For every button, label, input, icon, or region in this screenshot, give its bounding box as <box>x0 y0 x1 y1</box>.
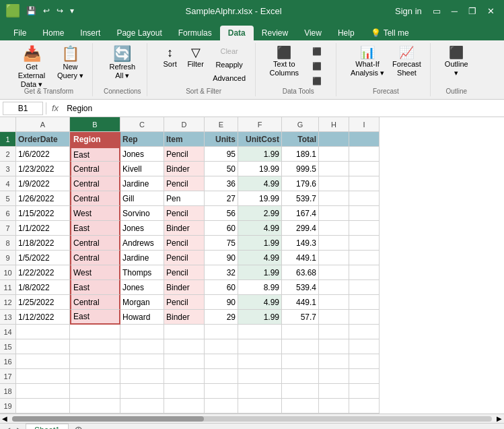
cell-c11[interactable]: Jones <box>120 280 164 295</box>
row-header-4[interactable]: 4 <box>0 176 16 191</box>
cell-c18[interactable] <box>120 384 164 399</box>
cell-i5[interactable] <box>349 191 380 206</box>
cell-h17[interactable] <box>319 369 349 384</box>
cell-i13[interactable] <box>349 310 380 325</box>
cell-d5[interactable]: Pen <box>164 191 205 206</box>
cell-b18[interactable] <box>70 384 120 399</box>
close-button[interactable]: ✕ <box>483 5 499 18</box>
what-if-button[interactable]: 📊 What-IfAnalysis ▾ <box>347 44 388 88</box>
col-header-g[interactable]: G <box>282 117 319 132</box>
cell-b8[interactable]: Central <box>70 236 120 251</box>
row-header-8[interactable]: 8 <box>0 236 16 251</box>
cell-d11[interactable]: Binder <box>164 280 205 295</box>
cell-a13[interactable]: 1/12/2022 <box>16 310 70 325</box>
cell-a10[interactable]: 1/22/2022 <box>16 265 70 280</box>
cell-h15[interactable] <box>319 339 349 354</box>
row-header-3[interactable]: 3 <box>0 162 16 176</box>
redo-button[interactable]: ↪ <box>55 5 65 17</box>
row-header-9[interactable]: 9 <box>0 251 16 265</box>
cell-e15[interactable] <box>205 339 238 354</box>
cell-g10[interactable]: 63.68 <box>282 265 319 280</box>
cell-h13[interactable] <box>319 310 349 325</box>
cell-i9[interactable] <box>349 251 380 265</box>
row-header-19[interactable]: 19 <box>0 399 16 414</box>
col-header-c[interactable]: C <box>120 117 164 132</box>
cell-g6[interactable]: 167.4 <box>282 206 319 221</box>
cell-e12[interactable]: 90 <box>205 295 238 310</box>
cell-h9[interactable] <box>319 251 349 265</box>
cell-i2[interactable] <box>349 147 380 162</box>
cell-c7[interactable]: Jones <box>120 221 164 236</box>
row-header-15[interactable]: 15 <box>0 339 16 354</box>
row-header-16[interactable]: 16 <box>0 354 16 369</box>
cell-d7[interactable]: Binder <box>164 221 205 236</box>
cell-f16[interactable] <box>238 354 282 369</box>
cell-c9[interactable]: Jardine <box>120 251 164 265</box>
cell-e9[interactable]: 90 <box>205 251 238 265</box>
cell-g12[interactable]: 449.1 <box>282 295 319 310</box>
col-header-h[interactable]: H <box>319 117 349 132</box>
cell-f9[interactable]: 4.99 <box>238 251 282 265</box>
col-header-d[interactable]: D <box>164 117 205 132</box>
cell-c19[interactable] <box>120 399 164 414</box>
h-scrollbar-thumb[interactable] <box>12 416 204 422</box>
cell-h3[interactable] <box>319 162 349 176</box>
cell-f7[interactable]: 4.99 <box>238 221 282 236</box>
cell-a19[interactable] <box>16 399 70 414</box>
cell-b1[interactable]: Region <box>70 132 120 147</box>
cell-d13[interactable]: Binder <box>164 310 205 325</box>
cell-b12[interactable]: Central <box>70 295 120 310</box>
cell-b11[interactable]: East <box>70 280 120 295</box>
cell-a3[interactable]: 1/23/2022 <box>16 162 70 176</box>
tab-tell-me[interactable]: 💡Tell me <box>363 26 417 40</box>
ribbon-display-button[interactable]: ▭ <box>429 5 445 18</box>
save-button[interactable]: 💾 <box>24 5 38 17</box>
row-header-13[interactable]: 13 <box>0 310 16 325</box>
cell-g15[interactable] <box>282 339 319 354</box>
sheet-tab-sheet1[interactable]: Sheet1 <box>26 424 69 429</box>
text-to-columns-button[interactable]: ⬛ Text toColumns <box>266 44 302 88</box>
get-external-data-button[interactable]: 📥 Get ExternalData ▾ <box>11 44 52 88</box>
clear-button[interactable]: Clear <box>209 44 250 58</box>
scroll-left-btn[interactable]: ◀ <box>0 415 9 422</box>
cell-e4[interactable]: 36 <box>205 176 238 191</box>
sheet-nav-left[interactable]: ◀ <box>0 424 14 430</box>
customize-button[interactable]: ▾ <box>68 5 76 17</box>
cell-a8[interactable]: 1/18/2022 <box>16 236 70 251</box>
cell-c13[interactable]: Howard <box>120 310 164 325</box>
cell-b4[interactable]: Central <box>70 176 120 191</box>
filter-button[interactable]: ▽ Filter <box>184 44 208 88</box>
cell-b5[interactable]: Central <box>70 191 120 206</box>
cell-i6[interactable] <box>349 206 380 221</box>
data-validation-button[interactable]: ⬛ <box>303 44 330 58</box>
cell-f18[interactable] <box>238 384 282 399</box>
cell-i1[interactable] <box>349 132 380 147</box>
cell-g9[interactable]: 449.1 <box>282 251 319 265</box>
tab-file[interactable]: File <box>5 26 34 40</box>
cell-g5[interactable]: 539.7 <box>282 191 319 206</box>
cell-i18[interactable] <box>349 384 380 399</box>
cell-g14[interactable] <box>282 325 319 339</box>
sort-button[interactable]: ↕ Sort <box>158 44 182 88</box>
cell-g4[interactable]: 179.6 <box>282 176 319 191</box>
cell-h7[interactable] <box>319 221 349 236</box>
row-header-2[interactable]: 2 <box>0 147 16 162</box>
cell-d16[interactable] <box>164 354 205 369</box>
cell-d10[interactable]: Pencil <box>164 265 205 280</box>
cell-g2[interactable]: 189.1 <box>282 147 319 162</box>
cell-e14[interactable] <box>205 325 238 339</box>
row-header-7[interactable]: 7 <box>0 221 16 236</box>
col-header-a[interactable]: A <box>16 117 70 132</box>
cell-d18[interactable] <box>164 384 205 399</box>
cell-i11[interactable] <box>349 280 380 295</box>
cell-reference-box[interactable] <box>3 102 43 115</box>
row-header-6[interactable]: 6 <box>0 206 16 221</box>
cell-f14[interactable] <box>238 325 282 339</box>
cell-d9[interactable]: Pencil <box>164 251 205 265</box>
tab-view[interactable]: View <box>296 26 330 40</box>
cell-g1[interactable]: Total <box>282 132 319 147</box>
cell-b16[interactable] <box>70 354 120 369</box>
cell-e16[interactable] <box>205 354 238 369</box>
refresh-all-button[interactable]: 🔄 RefreshAll ▾ <box>106 44 139 88</box>
cell-i16[interactable] <box>349 354 380 369</box>
